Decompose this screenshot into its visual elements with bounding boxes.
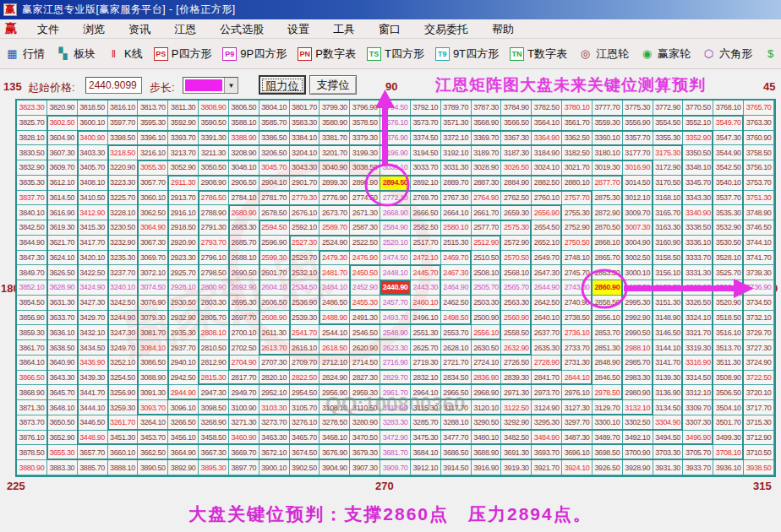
grid-cell[interactable]: 2620.90: [350, 340, 380, 356]
grid-cell[interactable]: 3172.90: [653, 160, 684, 176]
grid-cell[interactable]: 3691.30: [501, 445, 532, 460]
grid-cell[interactable]: 3494.50: [653, 431, 684, 446]
grid-cell-angle[interactable]: 3352.90: [683, 131, 713, 146]
toolbar-button-板块[interactable]: ▚板块: [56, 46, 96, 62]
grid-cell[interactable]: 3158.50: [653, 251, 684, 266]
grid-cell[interactable]: 3069.70: [138, 251, 168, 266]
grid-cell[interactable]: 3357.70: [623, 131, 653, 146]
grid-cell[interactable]: 3002.50: [623, 251, 653, 266]
grid-cell[interactable]: 3470.50: [350, 431, 380, 446]
grid-cell[interactable]: 2635.30: [532, 340, 562, 356]
grid-cell[interactable]: 3256.90: [108, 385, 139, 400]
grid-cell-angle[interactable]: 3064.90: [138, 220, 168, 236]
grid-cell[interactable]: 3669.70: [229, 445, 259, 460]
grid-cell-angle[interactable]: 3175.30: [653, 145, 684, 160]
grid-cell[interactable]: 2856.10: [593, 311, 623, 326]
grid-cell[interactable]: 2952.10: [259, 385, 290, 400]
grid-cell[interactable]: 3081.70: [138, 325, 168, 340]
grid-cell[interactable]: 2824.90: [320, 371, 350, 386]
grid-cell-axis[interactable]: 2505.70: [472, 280, 502, 296]
grid-cell-angle[interactable]: 3364.90: [532, 131, 562, 146]
grid-cell-axis[interactable]: 3628.90: [47, 280, 78, 296]
grid-cell[interactable]: 3264.10: [138, 415, 168, 431]
grid-cell[interactable]: 3537.70: [713, 191, 744, 206]
grid-cell[interactable]: 2942.50: [168, 371, 199, 386]
grid-cell[interactable]: 3000.10: [623, 265, 653, 280]
grid-cell[interactable]: 2839.30: [501, 371, 532, 386]
grid-cell[interactable]: 3504.10: [713, 400, 744, 415]
grid-cell[interactable]: 3326.50: [683, 296, 713, 311]
grid-cell-axis[interactable]: 2520.10: [380, 236, 411, 251]
grid-cell[interactable]: 3468.10: [320, 431, 350, 446]
grid-cell-angle[interactable]: 2479.30: [320, 251, 350, 266]
grid-cell-angle[interactable]: 2632.90: [501, 340, 532, 356]
grid-cell[interactable]: 3861.70: [17, 340, 47, 356]
grid-cell[interactable]: 3508.90: [713, 371, 744, 386]
toolbar-button-江恩轮[interactable]: ◎江恩轮: [578, 46, 629, 62]
grid-cell[interactable]: 3631.30: [47, 296, 78, 311]
grid-cell-angle[interactable]: 2527.30: [290, 236, 320, 251]
grid-cell[interactable]: 3748.90: [744, 205, 774, 220]
grid-cell-angle[interactable]: 2911.30: [168, 176, 199, 191]
grid-cell-angle[interactable]: 2988.10: [623, 340, 653, 356]
grid-cell[interactable]: 2666.50: [411, 205, 441, 220]
grid-cell[interactable]: 3597.70: [108, 116, 139, 131]
grid-cell[interactable]: 3160.90: [653, 236, 684, 251]
grid-cell[interactable]: 3854.50: [17, 296, 47, 311]
grid-cell[interactable]: 3048.10: [229, 160, 259, 176]
step-color-dropdown[interactable]: ▼: [183, 77, 238, 94]
grid-cell[interactable]: 2774.50: [350, 191, 380, 206]
grid-cell-angle[interactable]: 3412.90: [78, 205, 108, 220]
grid-cell[interactable]: 3518.50: [713, 311, 744, 326]
grid-cell[interactable]: 2649.70: [532, 251, 562, 266]
grid-cell-axis[interactable]: 3576.10: [380, 116, 411, 131]
grid-cell[interactable]: 3806.50: [229, 100, 259, 116]
grid-cell[interactable]: 3792.10: [411, 100, 441, 116]
grid-cell[interactable]: 3360.10: [593, 131, 623, 146]
grid-cell[interactable]: 3129.70: [593, 400, 623, 415]
grid-cell[interactable]: 2973.70: [532, 385, 562, 400]
grid-cell[interactable]: 3156.10: [653, 265, 684, 280]
toolbar-button-9P四方形[interactable]: P99P四方形: [222, 46, 287, 62]
grid-cell[interactable]: 3211.30: [199, 145, 229, 160]
grid-cell[interactable]: 3244.90: [108, 311, 139, 326]
grid-cell[interactable]: 2947.30: [199, 385, 229, 400]
grid-cell[interactable]: 3451.30: [108, 431, 139, 446]
grid-cell[interactable]: 2558.50: [501, 325, 532, 340]
grid-cell[interactable]: 2767.30: [441, 191, 472, 206]
grid-cell[interactable]: 3038.50: [350, 160, 380, 176]
grid-cell[interactable]: 3273.70: [259, 415, 290, 431]
grid-cell[interactable]: 3057.70: [138, 176, 168, 191]
grid-cell[interactable]: 3556.90: [623, 116, 653, 131]
grid-cell[interactable]: 2841.70: [532, 371, 562, 386]
grid-cell[interactable]: 3919.30: [501, 460, 532, 475]
grid-cell[interactable]: 3883.30: [47, 460, 78, 475]
grid-cell[interactable]: 3192.10: [441, 145, 472, 160]
grid-cell[interactable]: 3760.90: [744, 131, 774, 146]
grid-cell-angle[interactable]: 3880.90: [17, 460, 47, 475]
grid-cell[interactable]: 3624.10: [47, 251, 78, 266]
grid-cell[interactable]: 2685.70: [229, 236, 259, 251]
grid-cell-angle[interactable]: 2757.70: [562, 191, 593, 206]
grid-cell[interactable]: 3136.90: [653, 385, 684, 400]
grid-cell[interactable]: 2709.70: [290, 356, 320, 371]
grid-cell-angle[interactable]: 2680.90: [229, 205, 259, 220]
grid-cell[interactable]: 2630.50: [472, 340, 502, 356]
menu-item-3[interactable]: 资讯: [117, 21, 162, 37]
grid-cell[interactable]: 3897.70: [229, 460, 259, 475]
grid-cell[interactable]: 2827.30: [350, 371, 380, 386]
grid-cell[interactable]: 2546.50: [350, 325, 380, 340]
grid-cell-axis[interactable]: 2668.90: [380, 205, 411, 220]
grid-cell-angle[interactable]: 2472.10: [411, 251, 441, 266]
grid-cell[interactable]: 3679.30: [350, 445, 380, 460]
grid-cell[interactable]: 2956.90: [320, 385, 350, 400]
grid-cell[interactable]: 3216.10: [138, 145, 168, 160]
grid-cell[interactable]: 3182.50: [562, 145, 593, 160]
grid-cell[interactable]: 3302.50: [623, 415, 653, 431]
grid-cell[interactable]: 3307.30: [683, 415, 713, 431]
grid-cell[interactable]: 3391.30: [199, 131, 229, 146]
grid-cell[interactable]: 3225.70: [108, 191, 139, 206]
grid-cell[interactable]: 3782.50: [532, 100, 562, 116]
grid-cell[interactable]: 3530.50: [713, 236, 744, 251]
grid-cell[interactable]: 3321.70: [683, 325, 713, 340]
